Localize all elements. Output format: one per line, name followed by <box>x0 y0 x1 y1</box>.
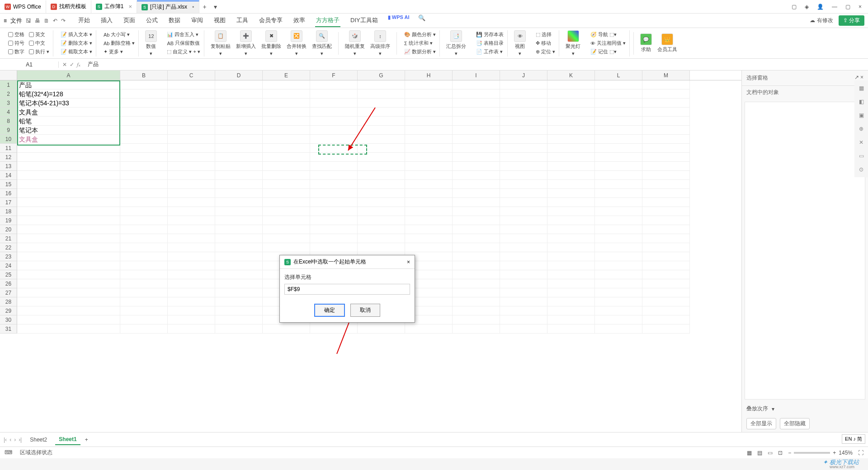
dropdown-icon[interactable]: ▾ <box>772 406 774 412</box>
sheet-next-icon[interactable]: › <box>14 437 16 443</box>
cell[interactable] <box>310 89 358 99</box>
col-header-A[interactable]: A <box>17 70 120 80</box>
cell[interactable] <box>358 80 405 89</box>
cell[interactable] <box>120 261 168 270</box>
col-header-H[interactable]: H <box>405 70 453 80</box>
cell[interactable] <box>263 180 310 189</box>
row-header[interactable]: 13 <box>0 162 17 171</box>
cell[interactable] <box>500 135 547 144</box>
strip-icon[interactable]: ▦ <box>859 85 864 91</box>
cell[interactable] <box>453 279 500 288</box>
cell[interactable] <box>215 89 263 99</box>
zoom-level[interactable]: 145% <box>839 450 853 456</box>
cell[interactable] <box>358 135 405 144</box>
advsort-button[interactable]: ↕高级排序▾ <box>368 30 393 56</box>
cell[interactable] <box>358 216 405 225</box>
tab-review[interactable]: 审阅 <box>190 14 204 27</box>
tab-efficiency[interactable]: 效率 <box>292 14 306 27</box>
minimize-icon[interactable]: — <box>832 4 837 10</box>
cell[interactable] <box>500 324 547 334</box>
cell[interactable] <box>215 171 263 180</box>
cell[interactable] <box>120 126 168 135</box>
cell[interactable] <box>310 135 358 144</box>
chk-sym[interactable]: 符号 <box>8 40 24 47</box>
col-header-D[interactable]: D <box>215 70 263 80</box>
share-button[interactable]: ⇪ 分享 <box>839 15 864 26</box>
cell[interactable] <box>500 171 547 180</box>
cell[interactable] <box>500 80 547 89</box>
wps-ai-button[interactable]: ▮ WPS AI <box>388 14 410 27</box>
numeric-button[interactable]: 12数值▾ <box>142 30 160 56</box>
cell[interactable] <box>547 216 595 225</box>
cell[interactable] <box>453 153 500 162</box>
cell[interactable] <box>215 306 263 315</box>
cell[interactable] <box>405 135 453 144</box>
cell[interactable] <box>120 297 168 306</box>
delspace-button[interactable]: Ab 删除空格 ▾ <box>104 40 135 47</box>
cell[interactable] <box>595 153 642 162</box>
stat-button[interactable]: Σ 统计求和 ▾ <box>404 40 436 47</box>
cell[interactable] <box>310 144 358 153</box>
search-icon[interactable]: 🔍 <box>418 14 425 27</box>
cell[interactable] <box>405 171 453 180</box>
cell[interactable] <box>595 207 642 216</box>
cell[interactable] <box>168 243 215 252</box>
window-icon[interactable]: ▢ <box>792 4 797 10</box>
cell[interactable] <box>547 99 595 108</box>
remember-button[interactable]: 📝 记住 ⬚▾ <box>590 48 626 55</box>
cell[interactable] <box>453 171 500 180</box>
cell[interactable] <box>453 315 500 324</box>
maximize-icon[interactable]: ▢ <box>845 4 850 10</box>
cell[interactable] <box>263 216 310 225</box>
cell[interactable] <box>215 180 263 189</box>
cell[interactable] <box>120 171 168 180</box>
cell[interactable] <box>168 189 215 198</box>
cell[interactable] <box>642 171 690 180</box>
cell[interactable] <box>453 270 500 279</box>
doc-tab-workbook1[interactable]: S 工作簿1 × <box>91 0 137 13</box>
cell[interactable] <box>310 171 358 180</box>
cell[interactable] <box>547 180 595 189</box>
cell[interactable] <box>168 180 215 189</box>
cell[interactable] <box>595 171 642 180</box>
cell[interactable] <box>263 198 310 207</box>
keep-num-button[interactable]: AB 只保留数值 <box>167 40 200 47</box>
cell[interactable] <box>263 89 310 99</box>
capture-text-button[interactable]: 📝 截取文本 ▾ <box>61 48 92 55</box>
cell[interactable] <box>500 144 547 153</box>
cell[interactable] <box>215 225 263 234</box>
cell[interactable] <box>547 198 595 207</box>
cell[interactable] <box>642 315 690 324</box>
cell[interactable] <box>215 108 263 117</box>
cell[interactable] <box>358 171 405 180</box>
cell[interactable] <box>642 80 690 89</box>
cell[interactable] <box>215 288 263 297</box>
cell[interactable] <box>642 126 690 135</box>
vision-button[interactable]: 👁视图▾ <box>511 30 528 56</box>
cell[interactable] <box>405 99 453 108</box>
cell[interactable] <box>500 225 547 234</box>
cell[interactable] <box>358 243 405 252</box>
cell[interactable] <box>358 108 405 117</box>
cell[interactable] <box>500 243 547 252</box>
doc-tab-product[interactable]: S [只读] 产品.xlsx • <box>137 0 199 13</box>
cell[interactable] <box>595 306 642 315</box>
tab-square[interactable]: 方方格子 <box>315 14 340 27</box>
cell[interactable] <box>120 108 168 117</box>
cell[interactable] <box>215 198 263 207</box>
cell[interactable] <box>168 297 215 306</box>
cell[interactable] <box>642 216 690 225</box>
cell[interactable] <box>168 162 215 171</box>
cell[interactable] <box>263 243 310 252</box>
cell[interactable] <box>310 153 358 162</box>
cell[interactable] <box>120 288 168 297</box>
cell[interactable] <box>120 80 168 89</box>
cell[interactable] <box>595 297 642 306</box>
cell[interactable] <box>120 279 168 288</box>
cell[interactable] <box>595 279 642 288</box>
col-header-C[interactable]: C <box>168 70 215 80</box>
strip-icon[interactable]: ◧ <box>859 99 864 105</box>
cell[interactable] <box>168 135 215 144</box>
cell[interactable] <box>168 89 215 99</box>
cell[interactable] <box>405 216 453 225</box>
